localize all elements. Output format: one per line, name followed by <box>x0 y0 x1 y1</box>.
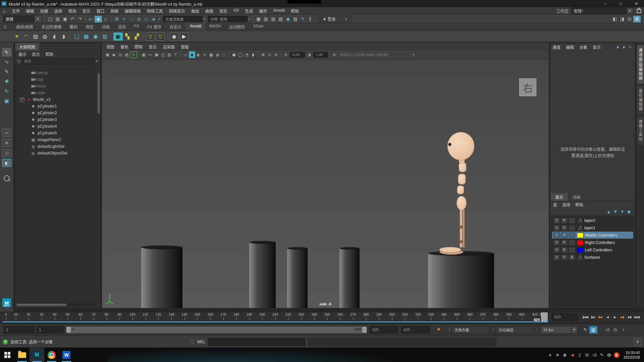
play-forwards-button[interactable]: ▶ <box>611 313 619 321</box>
command-language-label[interactable]: MEL <box>197 340 206 344</box>
shadows-icon[interactable]: ▩ <box>208 51 214 58</box>
step-back-frame-button[interactable]: ▮◀ <box>596 313 604 321</box>
sogou-icon[interactable]: S <box>613 351 620 359</box>
menu-缓存[interactable]: 缓存 <box>256 8 270 14</box>
step-forward-key-button[interactable]: ▶▮ <box>626 313 633 321</box>
new-scene-icon[interactable]: □ <box>47 16 54 22</box>
panel-resize-grip[interactable]: ╲╲ <box>190 340 194 344</box>
arnold-area-light-icon[interactable]: ☀ <box>12 32 21 41</box>
animation-start-field[interactable] <box>4 326 35 334</box>
arnold-volume-icon[interactable]: ▦ <box>82 32 91 41</box>
character-set-arrow[interactable]: ▽ <box>448 328 450 331</box>
expand-icon[interactable]: + <box>20 98 24 102</box>
range-grip[interactable]: ⁞⁞ <box>1 328 2 331</box>
outliner-item-pCylinder2[interactable]: ❖pCylinder2 <box>15 110 100 116</box>
viewport-menu-照明[interactable]: 照明 <box>135 44 143 50</box>
time-slider-track[interactable]: 0102030405060708090100110120130140150160… <box>3 312 548 322</box>
menu-网格显示[interactable]: 网格显示 <box>166 8 188 14</box>
grid-toggle-icon[interactable]: ⊞ <box>633 16 641 22</box>
menu-UV[interactable]: UV <box>230 8 242 14</box>
layer-display-type-toggle[interactable] <box>569 240 576 246</box>
default-material-icon[interactable]: ● <box>231 51 237 58</box>
make-live-icon[interactable]: ◈ <box>150 16 157 22</box>
layer-playback-toggle[interactable]: P <box>561 247 568 253</box>
menu-set-arrow[interactable]: ▼ <box>34 15 42 22</box>
layer-editor-tab-动画[interactable]: 动画 <box>568 193 585 201</box>
pose-person-icon[interactable]: ♟ <box>621 44 627 50</box>
rotate-tool[interactable]: ↻ <box>2 87 11 96</box>
arnold-mesh-light-icon[interactable]: ◍ <box>40 32 50 41</box>
create-empty-layer-icon[interactable]: ✚ <box>619 208 626 215</box>
outliner-item-pCylinder1[interactable]: ❖pCylinder1 <box>15 103 100 110</box>
paint-select-tool[interactable]: ✎ <box>2 67 11 76</box>
layer-playback-toggle[interactable]: P <box>561 240 568 246</box>
shelf-tab-XGen[interactable]: XGen <box>249 23 268 31</box>
paint-effects-icon[interactable]: ✎ <box>299 16 307 22</box>
isolate-select-icon[interactable]: ▮ <box>250 51 256 58</box>
outliner-item-top[interactable]: top <box>15 76 100 83</box>
layer-menu-层[interactable]: 层 <box>553 202 557 207</box>
select-object-icon[interactable]: ◈ <box>95 16 102 22</box>
colorspace-combo[interactable]: ⊘ACES 1.0 SDR-video (sRGB)▼ <box>331 51 416 58</box>
menu-生成[interactable]: 生成 <box>242 8 256 14</box>
layer-row-Right Controllers[interactable]: VPRight Controllers <box>552 239 633 246</box>
select-component-icon[interactable]: ◇ <box>102 16 109 22</box>
menu-编辑[interactable]: 编辑 <box>23 8 37 14</box>
arnold-render-sequence-icon[interactable]: ▶ <box>180 33 189 41</box>
layer-display-type-toggle[interactable] <box>569 218 576 224</box>
shelf-tab-绑定[interactable]: 绑定 <box>82 23 98 31</box>
viewport-menu-显示[interactable]: 显示 <box>149 44 157 50</box>
cached-playback-icon[interactable]: ▥ <box>589 326 597 334</box>
wireframe-icon[interactable]: ◇ <box>182 51 189 58</box>
arnold-photometric-light-icon[interactable]: ◖ <box>50 32 59 41</box>
command-result-field[interactable] <box>308 338 496 346</box>
range-slider[interactable]: 1 420 <box>66 326 367 333</box>
image-plane-icon[interactable]: ✎ <box>130 51 137 58</box>
arnold-render-view-icon[interactable]: ▣ <box>113 33 123 41</box>
command-input[interactable] <box>208 338 305 346</box>
arnold-flat-shader-icon[interactable]: ◉ <box>91 32 100 41</box>
current-frame-marker[interactable] <box>541 312 548 321</box>
select-camera-icon[interactable]: ▣ <box>104 51 111 58</box>
audio-icon[interactable]: ◁) <box>603 326 611 334</box>
tear-off-copy-icon[interactable]: ⊡ <box>266 51 273 58</box>
layer-playback-toggle[interactable]: P <box>561 254 568 260</box>
play-backwards-button[interactable]: ◀ <box>604 313 611 321</box>
safe-title-icon[interactable]: T <box>172 51 179 58</box>
layer-playback-toggle[interactable]: P <box>561 232 568 238</box>
layer-visibility-toggle[interactable]: V <box>553 254 560 260</box>
render-current-frame-icon[interactable]: ▥ <box>262 16 270 22</box>
layer-display-type-toggle[interactable] <box>569 232 576 238</box>
lock-camera-icon[interactable]: ◉ <box>111 51 117 58</box>
layer-display-type-toggle[interactable] <box>569 247 576 253</box>
ime-icon[interactable]: 中 <box>605 351 613 359</box>
menu-set-combo[interactable]: 建模 <box>3 15 34 22</box>
cylinder-3[interactable] <box>287 247 308 308</box>
menu-帮助[interactable]: 帮助 <box>288 8 302 14</box>
outliner-item-pCylinder3[interactable]: ❖pCylinder3 <box>15 116 100 123</box>
layout-persp-outliner[interactable]: ◧ <box>2 159 11 167</box>
menu-窗口[interactable]: 窗口 <box>94 8 108 14</box>
gate-mask-icon[interactable]: ▣ <box>153 51 160 58</box>
ground-platform[interactable] <box>428 251 494 308</box>
layer-row-layer2[interactable]: VP╱|layer2 <box>552 217 633 224</box>
layer-playback-toggle[interactable]: P <box>561 225 568 231</box>
menu-编辑网格[interactable]: 编辑网格 <box>122 8 144 14</box>
redo-icon[interactable]: ↷ <box>76 16 84 22</box>
layer-visibility-toggle[interactable]: V <box>553 225 560 231</box>
raise-main-window-icon[interactable]: ◧ <box>611 16 619 22</box>
layer-row-Left Controllers[interactable]: VPLeft Controllers <box>552 246 633 253</box>
workspace-combo[interactable]: 常规* <box>571 8 626 14</box>
textured-icon[interactable]: ◐ <box>195 51 202 58</box>
cylinder-2[interactable] <box>249 241 276 308</box>
outliner-item-front[interactable]: front <box>15 83 100 89</box>
range-end-handle[interactable] <box>362 327 367 333</box>
outliner-item-persp[interactable]: persp <box>15 69 100 76</box>
grip-handle[interactable]: ⁞⁞ <box>1 17 2 21</box>
arnold-layered-shader-icon[interactable]: ▥ <box>100 32 110 41</box>
layout-single-pane[interactable]: ▭ <box>2 129 11 137</box>
exposure-field[interactable] <box>290 52 305 58</box>
shelf-tab-Arnold[interactable]: Arnold <box>185 23 205 31</box>
volume-tray-icon[interactable]: ◁) <box>591 351 598 359</box>
snap-to-curves-icon[interactable]: ∿ <box>120 16 128 22</box>
